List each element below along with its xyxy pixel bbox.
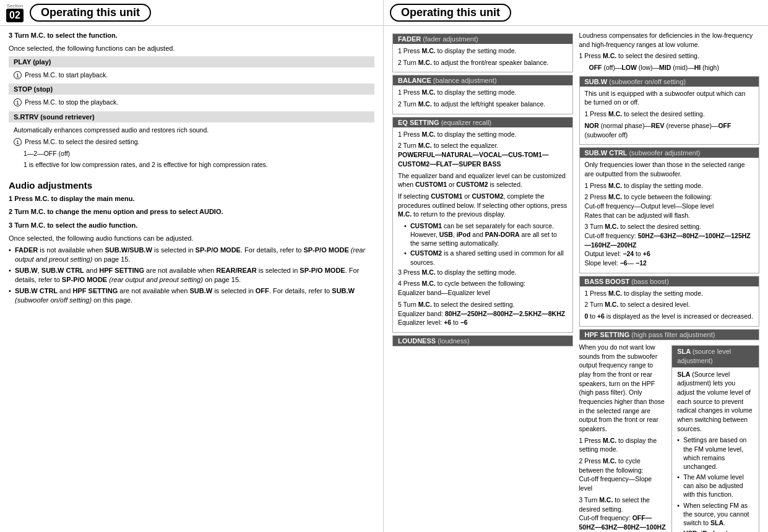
fader-header: FADER (fader adjustment) bbox=[393, 34, 572, 44]
right-two-col: FADER (fader adjustment) 1 Press M.C. to… bbox=[392, 31, 759, 532]
sla-header: SLA (source level adjustment) bbox=[672, 346, 759, 367]
header-left: Section 02 Operating this unit bbox=[0, 0, 384, 25]
middle-column: FADER (fader adjustment) 1 Press M.C. to… bbox=[392, 31, 573, 532]
fader-body: 1 Press M.C. to display the setting mode… bbox=[393, 44, 572, 72]
loudness-section: LOUDNESS (loudness) bbox=[392, 335, 573, 346]
stop-content: 1 Press M.C. to stop the playback. bbox=[9, 96, 374, 109]
eq-bullet-1: CUSTOM1 can be set separately for each s… bbox=[404, 221, 567, 248]
eq-section: EQ SETTING (equalizer recall) 1 Press M.… bbox=[392, 117, 573, 333]
audio-heading: Audio adjustments bbox=[9, 180, 374, 191]
audio-bullet-2: SUB.W, SUB.W CTRL and HPF SETTING are no… bbox=[9, 266, 374, 285]
subw-header: SUB.W (subwoofer on/off setting) bbox=[580, 77, 759, 87]
header: Section 02 Operating this unit Operating… bbox=[0, 0, 768, 26]
balance-body: 1 Press M.C. to display the setting mode… bbox=[393, 85, 572, 113]
fader-section: FADER (fader adjustment) 1 Press M.C. to… bbox=[392, 33, 573, 72]
stop-box: STOP (stop) bbox=[9, 84, 374, 95]
sla-section: SLA (source level adjustment) SLA (Sourc… bbox=[671, 345, 759, 532]
subw-section: SUB.W (subwoofer on/off setting) This un… bbox=[579, 76, 760, 145]
step3-body: Once selected, the following functions c… bbox=[9, 44, 374, 53]
eq-header: EQ SETTING (equalizer recall) bbox=[393, 118, 572, 127]
srtrv-box: S.RTRV (sound retriever) bbox=[9, 111, 374, 122]
page-title-left: Operating this unit bbox=[30, 4, 151, 22]
hpf-section: HPF SETTING (high pass filter adjustment… bbox=[579, 329, 760, 340]
bassboost-body: 1 Press M.C. to display the setting mode… bbox=[580, 286, 759, 326]
section-number-left: 02 bbox=[6, 9, 24, 22]
section-label-left: Section bbox=[7, 3, 24, 9]
audio-step2: 2 Turn M.C. to change the menu option an… bbox=[9, 207, 374, 217]
audio-step3-body: Once selected, the following audio funct… bbox=[9, 234, 374, 243]
audio-bullet-1: FADER is not available when SUB.W/SUB.W … bbox=[9, 246, 374, 264]
page-container: Section 02 Operating this unit Operating… bbox=[0, 0, 768, 532]
hpf-right-body: When you do not want low sounds from the… bbox=[579, 343, 667, 532]
audio-step1: 1 Press M.C. to display the main menu. bbox=[9, 194, 374, 204]
sla-content: SLA (Source level adjustment) lets you a… bbox=[672, 367, 759, 532]
subwctrl-header: SUB.W CTRL (subwoofer adjustment) bbox=[580, 148, 759, 158]
audio-bullet-list: FADER is not available when SUB.W/SUB.W … bbox=[9, 246, 374, 304]
play-content: 1 Press M.C. to start playback. bbox=[9, 69, 374, 82]
eq-bullet-2: CUSTOM2 is a shared setting used in comm… bbox=[404, 249, 567, 266]
audio-step3: 3 Turn M.C. to select the audio function… bbox=[9, 221, 374, 230]
eq-bullet-list: CUSTOM1 can be set separately for each s… bbox=[398, 221, 567, 267]
hpf-sla-row: When you do not want low sounds from the… bbox=[579, 343, 760, 532]
main-content: 3 Turn M.C. to select the function. Once… bbox=[0, 26, 768, 532]
audio-bullet-3: SUB.W CTRL and HPF SETTING are not avail… bbox=[9, 286, 374, 305]
eq-body: 1 Press M.C. to display the setting mode… bbox=[393, 127, 572, 332]
section-badge-left: Section 02 bbox=[6, 3, 24, 22]
loudness-body-right: Loudness compensates for deficiencies in… bbox=[579, 31, 760, 72]
left-page: 3 Turn M.C. to select the function. Once… bbox=[0, 26, 384, 532]
sla-bullet-list: Settings are based on the FM volume leve… bbox=[677, 435, 754, 532]
play-box: PLAY (play) bbox=[9, 56, 374, 67]
header-right: Operating this unit bbox=[384, 0, 768, 25]
subw-body: This unit is equipped with a subwoofer o… bbox=[580, 87, 759, 144]
bassboost-header: BASS BOOST (bass boost) bbox=[580, 277, 759, 286]
hpf-header: HPF SETTING (high pass filter adjustment… bbox=[580, 330, 759, 340]
subwctrl-section: SUB.W CTRL (subwoofer adjustment) Only f… bbox=[579, 147, 760, 273]
sla-body: SLA (source level adjustment) SLA (Sourc… bbox=[671, 343, 759, 532]
page-title-right: Operating this unit bbox=[390, 4, 511, 22]
right-column: Loudness compensates for deficiencies in… bbox=[579, 31, 760, 532]
step3-heading: 3 Turn M.C. to select the function. bbox=[9, 31, 374, 40]
balance-section: BALANCE (balance adjustment) 1 Press M.C… bbox=[392, 75, 573, 114]
bassboost-section: BASS BOOST (bass boost) 1 Press M.C. to … bbox=[579, 276, 760, 327]
loudness-header: LOUDNESS (loudness) bbox=[393, 336, 572, 346]
srtrv-content: Automatically enhances compressed audio … bbox=[9, 124, 374, 174]
balance-header: BALANCE (balance adjustment) bbox=[393, 75, 572, 85]
right-page: FADER (fader adjustment) 1 Press M.C. to… bbox=[384, 26, 768, 532]
subwctrl-body: Only frequencies lower than those in the… bbox=[580, 158, 759, 273]
